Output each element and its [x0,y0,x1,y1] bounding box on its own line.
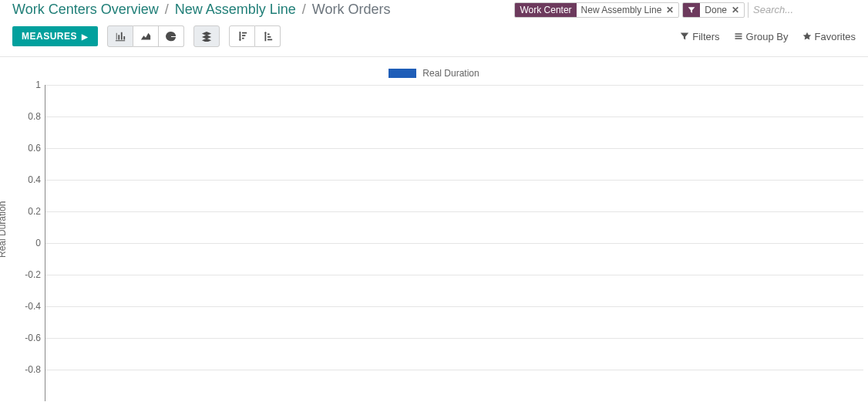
y-tick-label: 0 [15,238,41,248]
y-tick-label: -0.6 [15,333,41,343]
favorites-label: Favorites [815,31,856,42]
breadcrumb-item-1[interactable]: New Assembly Line [175,2,296,18]
close-icon[interactable]: ✕ [666,5,674,15]
y-tick-label: 0.2 [15,206,41,217]
grid-line [45,243,863,244]
toolbar-row: MEASURES ▶ [0,21,868,57]
filters-label: Filters [692,31,719,42]
legend-label: Real Duration [422,68,479,79]
filter-icon [683,3,700,17]
line-chart-icon[interactable] [133,25,159,47]
grid-line [45,148,863,149]
y-axis-label: Real Duration [0,201,8,258]
legend-swatch [389,69,416,78]
facet-value-text: Done [705,5,727,15]
stack-group [193,25,220,47]
breadcrumb-item-0[interactable]: Work Centers Overview [12,2,159,18]
breadcrumb-separator: / [302,2,306,18]
y-tick-label: 0.6 [15,143,41,154]
favorites-button[interactable]: Favorites [802,31,856,42]
grid-line [45,275,863,275]
group-by-button[interactable]: Group By [734,31,789,42]
star-icon [802,32,812,41]
breadcrumb-item-2: Work Orders [312,2,391,18]
search-area: Work Center New Assembly Line ✕ Done ✕ [514,2,856,18]
grid-line [45,211,863,212]
y-tick-label: 1 [15,79,41,90]
facet-value-text: New Assembly Line [581,5,662,15]
sort-group [229,25,281,47]
filter-icon [680,32,689,41]
grid-line [45,180,863,181]
y-tick-label: -0.4 [15,301,41,312]
left-tools: MEASURES ▶ [12,25,281,47]
chart-plot: 10.80.60.40.20-0.2-0.4-0.6-0.8 [45,85,863,401]
measures-label: MEASURES [22,31,77,42]
y-tick-label: 0.4 [15,174,41,185]
chart-type-group [107,25,184,47]
grid-line [45,338,863,339]
chart-area: Real Duration Real Duration 10.80.60.40.… [0,57,868,401]
grid-line [45,370,863,370]
grid-line [45,117,863,117]
grid-line [45,306,863,307]
search-input[interactable] [748,2,856,18]
group-by-label: Group By [746,31,789,42]
close-icon[interactable]: ✕ [732,5,739,15]
right-tools: Filters Group By Favorites [680,31,856,42]
search-facet-done[interactable]: Done ✕ [682,2,745,18]
measures-button[interactable]: MEASURES ▶ [12,26,98,46]
top-row: Work Centers Overview / New Assembly Lin… [0,0,868,21]
y-tick-label: -0.8 [15,364,41,375]
search-facet-workcenter[interactable]: Work Center New Assembly Line ✕ [514,2,679,18]
caret-right-icon: ▶ [82,32,89,41]
facet-label: Work Center [515,3,576,17]
grid-line [45,85,863,86]
facet-value: New Assembly Line ✕ [577,3,679,17]
list-icon [734,32,743,41]
bar-chart-icon[interactable] [107,25,133,47]
pie-chart-icon[interactable] [159,25,184,47]
chart-legend: Real Duration [0,68,868,79]
y-tick-label: -0.2 [15,269,41,280]
sort-asc-icon[interactable] [255,25,281,47]
sort-desc-icon[interactable] [229,25,255,47]
breadcrumb: Work Centers Overview / New Assembly Lin… [12,2,391,18]
filters-button[interactable]: Filters [680,31,719,42]
stacked-icon[interactable] [193,25,220,47]
breadcrumb-separator: / [165,2,169,18]
facet-value: Done ✕ [700,3,744,17]
y-tick-label: 0.8 [15,111,41,122]
